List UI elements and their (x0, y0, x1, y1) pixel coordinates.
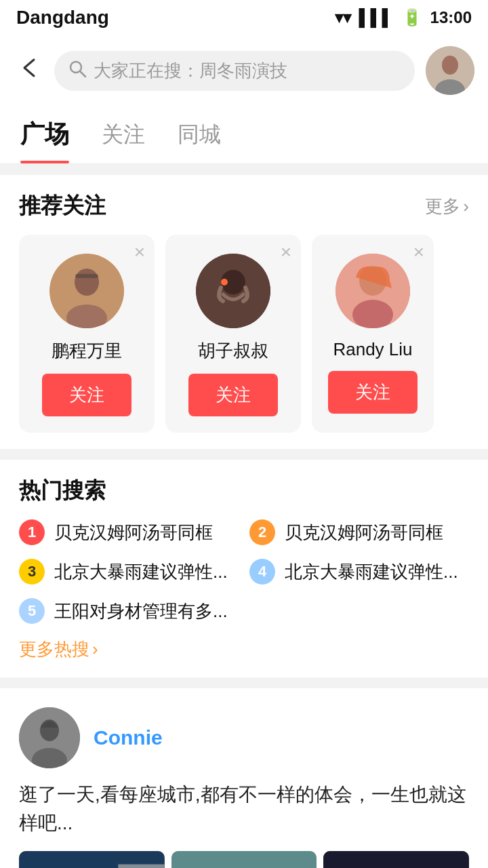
user-name-1: 鹏程万里 (52, 339, 122, 363)
recommend-header: 推荐关注 更多 › (19, 191, 469, 221)
user-card-3: × Randy Liu 关注 (312, 235, 434, 433)
follow-button-3[interactable]: 关注 (328, 371, 418, 414)
svg-point-3 (442, 56, 458, 75)
hot-search-title: 热门搜索 (19, 476, 469, 506)
more-hot-link[interactable]: 更多热搜 › (19, 637, 469, 661)
user-avatar-header[interactable] (426, 46, 474, 95)
hot-text-1: 贝克汉姆阿汤哥同框 (54, 521, 213, 545)
hot-text-2: 贝克汉姆阿汤哥同框 (285, 521, 443, 545)
time-display: 13:00 (430, 8, 472, 27)
svg-point-11 (221, 279, 228, 285)
post-section: Connie 逛了一天,看每座城市,都有不一样的体会，一生也就这样吧... (0, 688, 488, 868)
hot-item-4[interactable]: 4 北京大暴雨建议弹性... (249, 559, 469, 585)
rank-badge-5: 5 (19, 598, 45, 624)
svg-point-6 (75, 269, 99, 296)
search-bar-container: 大家正在搜：周冬雨演技 (0, 35, 488, 106)
app-name: Dangdang (16, 7, 109, 28)
recommend-title: 推荐关注 (19, 191, 106, 221)
follow-button-2[interactable]: 关注 (188, 374, 278, 416)
hot-text-3: 北京大暴雨建议弹性... (54, 560, 228, 584)
hot-item-1[interactable]: 1 贝克汉姆阿汤哥同框 (19, 519, 239, 545)
tab-tongcheng[interactable]: 同城 (178, 108, 221, 162)
chevron-right-icon: › (463, 196, 469, 217)
signal-icon: ▌▌▌ (359, 8, 394, 27)
user-avatar-1 (49, 254, 124, 328)
user-cards: × 鹏程万里 关注 × (19, 235, 469, 433)
chevron-right-icon-hot: › (92, 639, 98, 660)
close-card-2[interactable]: × (281, 241, 291, 263)
hot-text-5: 王阳对身材管理有多... (54, 599, 228, 623)
follow-button-1[interactable]: 关注 (42, 374, 131, 416)
user-avatar-2 (196, 254, 270, 328)
hot-search-grid: 1 贝克汉姆阿汤哥同框 2 贝克汉姆阿汤哥同框 3 北京大暴雨建议弹性... 4… (19, 519, 469, 624)
rank-badge-4: 4 (249, 559, 275, 585)
post-user-avatar[interactable] (19, 707, 80, 768)
user-card-2: × 胡子叔叔 关注 (165, 235, 301, 433)
back-button[interactable] (14, 52, 43, 90)
rank-badge-1: 1 (19, 519, 45, 545)
status-icons: ▾▾ ▌▌▌ 🔋 13:00 (335, 8, 472, 27)
user-name-3: Randy Liu (333, 339, 412, 360)
user-avatar-3 (336, 254, 410, 328)
search-input[interactable]: 大家正在搜：周冬雨演技 (54, 51, 415, 91)
post-image-1 (19, 851, 165, 868)
post-image-2 (171, 851, 317, 868)
svg-rect-21 (118, 865, 164, 868)
battery-icon: 🔋 (402, 8, 422, 27)
status-bar: Dangdang ▾▾ ▌▌▌ 🔋 13:00 (0, 0, 488, 35)
svg-line-1 (80, 71, 85, 77)
post-image-3 (323, 851, 469, 868)
wifi-icon: ▾▾ (335, 8, 351, 27)
user-card-1: × 鹏程万里 关注 (19, 235, 155, 433)
hot-item-3[interactable]: 3 北京大暴雨建议弹性... (19, 559, 239, 585)
tab-guanzhu[interactable]: 关注 (102, 108, 145, 162)
tab-guangchang[interactable]: 广场 (20, 106, 69, 163)
svg-rect-8 (75, 274, 98, 278)
hot-text-4: 北京大暴雨建议弹性... (285, 560, 458, 584)
post-user-name[interactable]: Connie (94, 726, 163, 749)
hot-item-2[interactable]: 2 贝克汉姆阿汤哥同框 (249, 519, 469, 545)
svg-point-14 (352, 300, 393, 328)
post-images (19, 851, 469, 868)
hot-item-5[interactable]: 5 王阳对身材管理有多... (19, 598, 239, 624)
user-name-2: 胡子叔叔 (198, 339, 268, 363)
search-icon (68, 59, 87, 82)
search-placeholder: 大家正在搜：周冬雨演技 (94, 59, 287, 83)
svg-rect-24 (171, 851, 317, 868)
rank-badge-2: 2 (249, 519, 275, 545)
rank-badge-3: 3 (19, 559, 45, 585)
post-content: 逛了一天,看每座城市,都有不一样的体会，一生也就这样吧... (19, 781, 469, 837)
hot-search-section: 热门搜索 1 贝克汉姆阿汤哥同框 2 贝克汉姆阿汤哥同框 3 北京大暴雨建议弹性… (0, 460, 488, 677)
close-card-1[interactable]: × (134, 241, 145, 263)
svg-rect-30 (323, 851, 469, 868)
recommend-section: 推荐关注 更多 › × 鹏程万里 关注 × (0, 175, 488, 449)
recommend-more-link[interactable]: 更多 › (425, 195, 469, 218)
tabs-container: 广场 关注 同城 (0, 106, 488, 164)
post-header: Connie (19, 707, 469, 768)
close-card-3[interactable]: × (413, 241, 424, 263)
